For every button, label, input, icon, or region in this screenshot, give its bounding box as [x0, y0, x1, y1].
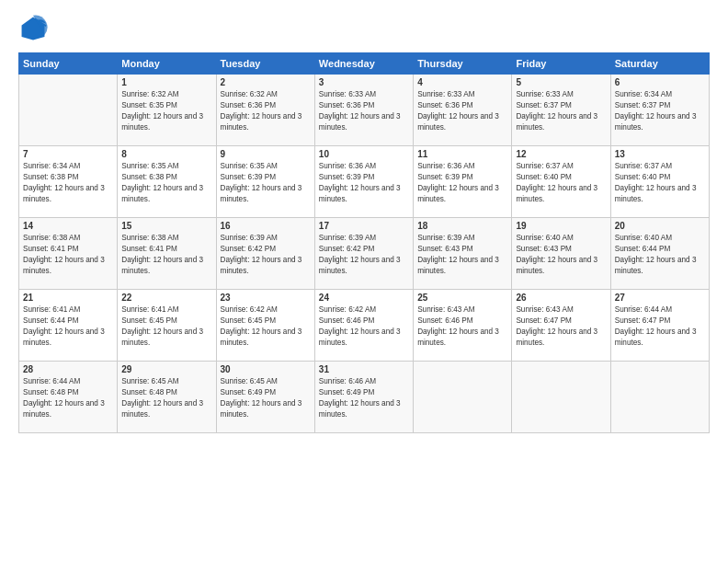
day-number: 26	[516, 293, 606, 303]
cell-info: Sunrise: 6:40 AMSunset: 6:44 PMDaylight:…	[615, 233, 705, 277]
calendar-cell: 29 Sunrise: 6:45 AMSunset: 6:48 PMDaylig…	[118, 362, 216, 433]
calendar-table: SundayMondayTuesdayWednesdayThursdayFrid…	[18, 52, 710, 433]
week-row-4: 21 Sunrise: 6:41 AMSunset: 6:44 PMDaylig…	[19, 290, 710, 362]
logo	[18, 14, 51, 43]
day-number: 2	[221, 77, 311, 87]
day-number: 5	[516, 77, 606, 87]
calendar-cell: 31 Sunrise: 6:46 AMSunset: 6:49 PMDaylig…	[314, 362, 413, 433]
cell-info: Sunrise: 6:36 AMSunset: 6:39 PMDaylight:…	[319, 161, 409, 205]
col-header-monday: Monday	[118, 53, 216, 75]
calendar-cell: 20 Sunrise: 6:40 AMSunset: 6:44 PMDaylig…	[610, 218, 709, 290]
calendar-cell: 30 Sunrise: 6:45 AMSunset: 6:49 PMDaylig…	[216, 362, 314, 433]
day-number: 10	[319, 149, 409, 159]
cell-info: Sunrise: 6:44 AMSunset: 6:48 PMDaylight:…	[23, 376, 113, 420]
day-number: 29	[121, 364, 211, 374]
cell-info: Sunrise: 6:34 AMSunset: 6:37 PMDaylight:…	[615, 89, 705, 133]
cell-info: Sunrise: 6:35 AMSunset: 6:38 PMDaylight:…	[121, 161, 211, 205]
calendar-cell: 3 Sunrise: 6:33 AMSunset: 6:36 PMDayligh…	[314, 75, 413, 146]
day-number: 12	[516, 149, 606, 159]
cell-info: Sunrise: 6:34 AMSunset: 6:38 PMDaylight:…	[23, 161, 113, 205]
calendar-cell: 17 Sunrise: 6:39 AMSunset: 6:42 PMDaylig…	[314, 218, 413, 290]
calendar-cell	[610, 362, 709, 433]
col-header-sunday: Sunday	[19, 53, 118, 75]
cell-info: Sunrise: 6:32 AMSunset: 6:35 PMDaylight:…	[121, 89, 211, 133]
cell-info: Sunrise: 6:33 AMSunset: 6:36 PMDaylight:…	[417, 89, 507, 133]
day-number: 28	[23, 364, 113, 374]
calendar-cell: 6 Sunrise: 6:34 AMSunset: 6:37 PMDayligh…	[610, 75, 709, 146]
calendar-cell: 25 Sunrise: 6:43 AMSunset: 6:46 PMDaylig…	[414, 290, 512, 362]
week-row-5: 28 Sunrise: 6:44 AMSunset: 6:48 PMDaylig…	[19, 362, 710, 433]
day-number: 13	[615, 149, 705, 159]
calendar-cell: 28 Sunrise: 6:44 AMSunset: 6:48 PMDaylig…	[19, 362, 118, 433]
calendar-cell: 5 Sunrise: 6:33 AMSunset: 6:37 PMDayligh…	[512, 75, 610, 146]
day-number: 23	[221, 293, 311, 303]
day-number: 16	[221, 221, 311, 231]
calendar-cell: 21 Sunrise: 6:41 AMSunset: 6:44 PMDaylig…	[19, 290, 118, 362]
calendar-cell: 23 Sunrise: 6:42 AMSunset: 6:45 PMDaylig…	[216, 290, 314, 362]
cell-info: Sunrise: 6:37 AMSunset: 6:40 PMDaylight:…	[615, 161, 705, 205]
calendar-cell: 12 Sunrise: 6:37 AMSunset: 6:40 PMDaylig…	[512, 146, 610, 218]
day-number: 27	[615, 293, 705, 303]
calendar-cell	[19, 75, 118, 146]
col-header-saturday: Saturday	[610, 53, 709, 75]
cell-info: Sunrise: 6:45 AMSunset: 6:48 PMDaylight:…	[121, 376, 211, 420]
cell-info: Sunrise: 6:41 AMSunset: 6:45 PMDaylight:…	[121, 304, 211, 349]
calendar-cell: 22 Sunrise: 6:41 AMSunset: 6:45 PMDaylig…	[118, 290, 216, 362]
cell-info: Sunrise: 6:45 AMSunset: 6:49 PMDaylight:…	[221, 376, 311, 420]
calendar-cell: 11 Sunrise: 6:36 AMSunset: 6:39 PMDaylig…	[414, 146, 512, 218]
col-header-thursday: Thursday	[414, 53, 512, 75]
day-number: 6	[615, 77, 705, 87]
cell-info: Sunrise: 6:35 AMSunset: 6:39 PMDaylight:…	[221, 161, 311, 205]
day-number: 21	[23, 293, 113, 303]
cell-info: Sunrise: 6:33 AMSunset: 6:36 PMDaylight:…	[319, 89, 409, 133]
cell-info: Sunrise: 6:33 AMSunset: 6:37 PMDaylight:…	[516, 89, 606, 133]
day-number: 11	[417, 149, 507, 159]
cell-info: Sunrise: 6:39 AMSunset: 6:43 PMDaylight:…	[417, 233, 507, 277]
day-number: 22	[121, 293, 211, 303]
cell-info: Sunrise: 6:41 AMSunset: 6:44 PMDaylight:…	[23, 304, 113, 349]
calendar-cell: 1 Sunrise: 6:32 AMSunset: 6:35 PMDayligh…	[118, 75, 216, 146]
day-number: 19	[516, 221, 606, 231]
calendar-cell: 9 Sunrise: 6:35 AMSunset: 6:39 PMDayligh…	[216, 146, 314, 218]
logo-icon	[18, 14, 48, 43]
day-number: 30	[221, 364, 311, 374]
calendar-cell: 4 Sunrise: 6:33 AMSunset: 6:36 PMDayligh…	[414, 75, 512, 146]
calendar-cell: 14 Sunrise: 6:38 AMSunset: 6:41 PMDaylig…	[19, 218, 118, 290]
day-number: 14	[23, 221, 113, 231]
cell-info: Sunrise: 6:43 AMSunset: 6:46 PMDaylight:…	[417, 304, 507, 349]
cell-info: Sunrise: 6:46 AMSunset: 6:49 PMDaylight:…	[319, 376, 409, 420]
calendar-cell: 19 Sunrise: 6:40 AMSunset: 6:43 PMDaylig…	[512, 218, 610, 290]
day-number: 9	[221, 149, 311, 159]
calendar-cell: 15 Sunrise: 6:38 AMSunset: 6:41 PMDaylig…	[118, 218, 216, 290]
day-number: 7	[23, 149, 113, 159]
cell-info: Sunrise: 6:38 AMSunset: 6:41 PMDaylight:…	[23, 233, 113, 277]
calendar-cell	[414, 362, 512, 433]
calendar-cell: 13 Sunrise: 6:37 AMSunset: 6:40 PMDaylig…	[610, 146, 709, 218]
calendar-page: SundayMondayTuesdayWednesdayThursdayFrid…	[0, 0, 728, 563]
calendar-cell: 10 Sunrise: 6:36 AMSunset: 6:39 PMDaylig…	[314, 146, 413, 218]
calendar-cell: 2 Sunrise: 6:32 AMSunset: 6:36 PMDayligh…	[216, 75, 314, 146]
cell-info: Sunrise: 6:42 AMSunset: 6:46 PMDaylight:…	[319, 304, 409, 349]
cell-info: Sunrise: 6:42 AMSunset: 6:45 PMDaylight:…	[221, 304, 311, 349]
week-row-1: 1 Sunrise: 6:32 AMSunset: 6:35 PMDayligh…	[19, 75, 710, 146]
calendar-cell	[512, 362, 610, 433]
calendar-cell: 18 Sunrise: 6:39 AMSunset: 6:43 PMDaylig…	[414, 218, 512, 290]
col-header-tuesday: Tuesday	[216, 53, 314, 75]
day-number: 4	[417, 77, 507, 87]
cell-info: Sunrise: 6:32 AMSunset: 6:36 PMDaylight:…	[221, 89, 311, 133]
day-number: 20	[615, 221, 705, 231]
day-number: 15	[121, 221, 211, 231]
calendar-cell: 8 Sunrise: 6:35 AMSunset: 6:38 PMDayligh…	[118, 146, 216, 218]
cell-info: Sunrise: 6:36 AMSunset: 6:39 PMDaylight:…	[417, 161, 507, 205]
cell-info: Sunrise: 6:39 AMSunset: 6:42 PMDaylight:…	[221, 233, 311, 277]
calendar-cell: 24 Sunrise: 6:42 AMSunset: 6:46 PMDaylig…	[314, 290, 413, 362]
cell-info: Sunrise: 6:37 AMSunset: 6:40 PMDaylight:…	[516, 161, 606, 205]
calendar-cell: 26 Sunrise: 6:43 AMSunset: 6:47 PMDaylig…	[512, 290, 610, 362]
day-number: 24	[319, 293, 409, 303]
day-number: 1	[121, 77, 211, 87]
header-row: SundayMondayTuesdayWednesdayThursdayFrid…	[19, 53, 710, 75]
cell-info: Sunrise: 6:40 AMSunset: 6:43 PMDaylight:…	[516, 233, 606, 277]
week-row-3: 14 Sunrise: 6:38 AMSunset: 6:41 PMDaylig…	[19, 218, 710, 290]
header	[18, 14, 710, 43]
day-number: 31	[319, 364, 409, 374]
